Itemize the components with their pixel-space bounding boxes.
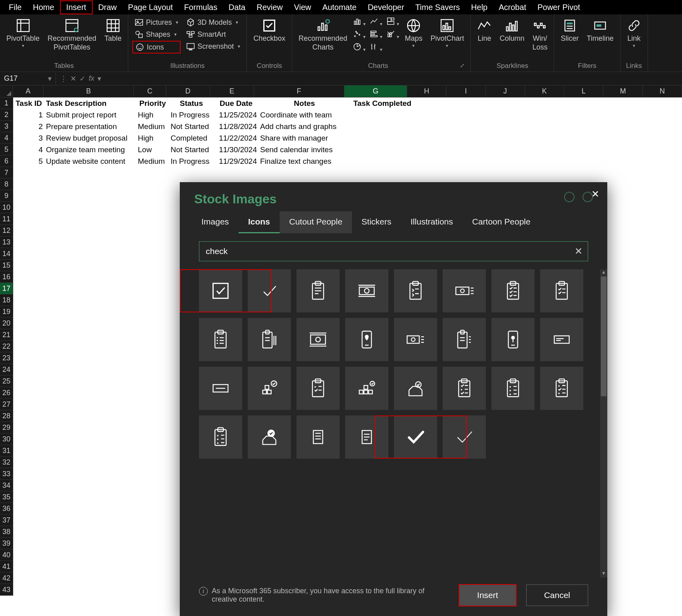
row-header-1[interactable]: 1 [0, 97, 13, 109]
row-header-33[interactable]: 33 [0, 468, 13, 480]
row-header-37[interactable]: 37 [0, 515, 13, 526]
col-header-L[interactable]: L [564, 85, 603, 97]
scatter-chart-icon[interactable] [353, 30, 366, 40]
cell-priority[interactable]: Low [136, 144, 169, 155]
treemap-chart-icon[interactable] [386, 17, 399, 27]
col-header-M[interactable]: M [603, 85, 642, 97]
cell-notes[interactable]: Share with manager [258, 132, 350, 144]
charts-dialog-launcher[interactable]: ⤢ [460, 62, 466, 69]
row-header-2[interactable]: 2 [0, 109, 13, 121]
cell-status[interactable]: Completed [169, 132, 214, 144]
row-header-8[interactable]: 8 [0, 179, 13, 190]
link-button[interactable]: Link▾ [624, 17, 644, 61]
menu-data[interactable]: Data [223, 1, 251, 14]
header-cell[interactable]: Task Description [44, 97, 136, 109]
pictures-button[interactable]: Pictures [132, 17, 181, 28]
icon-tile-20[interactable] [394, 367, 437, 410]
formula-fx-icon[interactable]: fx [89, 74, 94, 83]
cell-status[interactable]: In Progress [169, 155, 214, 167]
row-header-43[interactable]: 43 [0, 584, 13, 596]
icon-tile-24[interactable] [199, 415, 242, 459]
row-header-32[interactable]: 32 [0, 457, 13, 468]
cell-date[interactable]: 11/22/2024 [214, 132, 258, 144]
cell-taskid[interactable]: 3 [13, 132, 44, 144]
slicer-button[interactable]: Slicer [558, 17, 581, 61]
col-header-G[interactable]: G [344, 85, 407, 97]
scroll-down-arrow[interactable]: ▼ [600, 570, 607, 578]
cell-taskid[interactable]: 2 [13, 121, 44, 132]
icon-tile-29[interactable] [443, 415, 486, 459]
col-header-I[interactable]: I [446, 85, 485, 97]
recommended-pivot-button[interactable]: Recommended PivotTables [45, 17, 99, 61]
row-header-34[interactable]: 34 [0, 480, 13, 491]
checkbox-button[interactable]: Checkbox [251, 17, 288, 61]
cell-status[interactable]: In Progress [169, 109, 214, 121]
row-header-16[interactable]: 16 [0, 271, 13, 283]
menu-draw[interactable]: Draw [93, 1, 123, 14]
col-header-E[interactable]: E [210, 85, 254, 97]
dialog-tab-icons[interactable]: Icons [239, 211, 280, 233]
screenshot-button[interactable]: Screenshot [184, 41, 243, 52]
header-cell[interactable]: Status [169, 97, 214, 109]
stock-chart-icon[interactable] [370, 42, 382, 53]
cell-desc[interactable]: Prepare presentation [44, 121, 136, 132]
dialog-tab-cutout-people[interactable]: Cutout People [280, 211, 352, 233]
row-header-21[interactable]: 21 [0, 329, 13, 341]
row-header-38[interactable]: 38 [0, 526, 13, 538]
dialog-scrollbar[interactable]: ▲ ▼ [600, 269, 607, 578]
shapes-button[interactable]: Shapes [132, 29, 181, 40]
row-header-15[interactable]: 15 [0, 260, 13, 271]
scroll-thumb[interactable] [601, 276, 606, 396]
menu-developer[interactable]: Developer [362, 1, 410, 14]
recommended-charts-button[interactable]: Recommended Charts [296, 17, 350, 61]
timeline-button[interactable]: Timeline [585, 17, 616, 61]
icon-tile-4[interactable] [394, 269, 437, 312]
cell-desc[interactable]: Organize team meeting [44, 144, 136, 155]
row-header-11[interactable]: 11 [0, 213, 13, 225]
cell-done[interactable] [350, 121, 414, 132]
cell-done[interactable] [350, 155, 414, 167]
icon-tile-3[interactable] [345, 269, 388, 312]
cell-desc[interactable]: Review budget proposal [44, 132, 136, 144]
insert-button[interactable]: Insert [459, 584, 517, 606]
cell-date[interactable]: 11/30/2024 [214, 144, 258, 155]
row-header-13[interactable]: 13 [0, 236, 13, 248]
spark-column-button[interactable]: Column [497, 17, 527, 61]
dialog-tab-cartoon-people[interactable]: Cartoon People [463, 211, 540, 233]
row-header-14[interactable]: 14 [0, 248, 13, 260]
cell-desc[interactable]: Submit project report [44, 109, 136, 121]
pivotchart-button[interactable]: PivotChart ▾ [428, 17, 466, 61]
cell-desc[interactable]: Update website content [44, 155, 136, 167]
menu-power-pivot[interactable]: Power Pivot [532, 1, 586, 14]
dialog-tab-images[interactable]: Images [192, 211, 239, 233]
row-header-35[interactable]: 35 [0, 491, 13, 503]
row-header-31[interactable]: 31 [0, 445, 13, 457]
header-cell[interactable]: Due Date [214, 97, 258, 109]
row-header-9[interactable]: 9 [0, 190, 13, 202]
row-header-42[interactable]: 42 [0, 572, 13, 584]
column-chart-icon[interactable] [353, 17, 366, 27]
feedback-sad-icon[interactable] [583, 192, 593, 202]
col-header-B[interactable]: B [44, 85, 134, 97]
row-header-39[interactable]: 39 [0, 538, 13, 549]
cell-taskid[interactable]: 4 [13, 144, 44, 155]
cell-done[interactable] [350, 109, 414, 121]
smartart-button[interactable]: SmartArt [184, 29, 243, 40]
row-header-6[interactable]: 6 [0, 155, 13, 167]
row-header-24[interactable]: 24 [0, 364, 13, 376]
cell-date[interactable]: 11/29/2024 [214, 155, 258, 167]
row-header-17[interactable]: 17 [0, 283, 13, 294]
feedback-happy-icon[interactable] [564, 192, 575, 202]
row-header-40[interactable]: 40 [0, 549, 13, 561]
col-header-F[interactable]: F [254, 85, 344, 97]
menu-page-layout[interactable]: Page Layout [122, 1, 178, 14]
icon-tile-23[interactable] [540, 367, 583, 410]
icon-tile-25[interactable] [248, 415, 291, 459]
maps-button[interactable]: Maps ▾ [402, 17, 425, 61]
icon-tile-2[interactable] [296, 269, 340, 312]
cancel-button[interactable]: Cancel [526, 584, 588, 606]
formula-expand-icon[interactable]: ⋮ [60, 74, 67, 83]
select-all-corner[interactable] [0, 85, 13, 97]
menu-review[interactable]: Review [251, 1, 288, 14]
icon-tile-8[interactable] [199, 318, 242, 361]
